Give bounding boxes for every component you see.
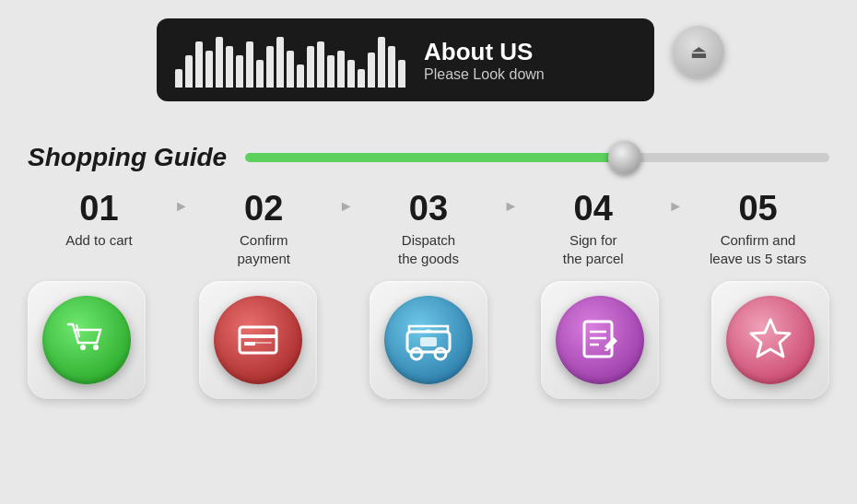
eq-bar [246, 41, 253, 88]
icon-button-payment[interactable] [199, 281, 317, 399]
slider-container [245, 147, 829, 168]
svg-point-0 [80, 345, 86, 350]
step-number-4: 04 [574, 191, 613, 226]
eq-bar [185, 55, 193, 88]
step-label-4: Sign forthe parcel [563, 231, 624, 267]
slider-track [245, 153, 829, 162]
svg-rect-9 [420, 337, 437, 346]
equalizer [175, 32, 405, 88]
eq-bar [317, 41, 324, 88]
guide-title: Shopping Guide [28, 143, 227, 172]
stars-icon [726, 296, 815, 384]
step-number-1: 01 [79, 191, 118, 226]
step-label-1: Add to cart [65, 231, 133, 250]
eq-bar [358, 69, 365, 88]
payment-icon [214, 296, 302, 384]
header-text: About US Please Look down [424, 38, 545, 83]
eq-bar [266, 46, 274, 88]
header-banner: About US Please Look down [157, 18, 654, 101]
svg-point-1 [93, 345, 99, 350]
step-arrow-4: ► [664, 191, 687, 215]
step-number-3: 03 [409, 191, 448, 226]
svg-rect-5 [244, 342, 272, 344]
eq-bar [297, 64, 304, 88]
step-5: 05Confirm andleave us 5 stars [687, 191, 829, 267]
svg-rect-2 [240, 327, 276, 353]
shopping-guide: Shopping Guide 01Add to cart►02Confirmpa… [28, 143, 829, 399]
step-2: 02Confirmpayment [193, 191, 335, 267]
icon-button-sign[interactable] [541, 281, 659, 399]
eq-bar [398, 60, 405, 88]
slider-thumb[interactable] [608, 141, 641, 174]
eq-bar [276, 37, 284, 88]
eq-bar [378, 37, 385, 88]
eq-bar [226, 46, 233, 88]
eq-bar [256, 60, 264, 88]
step-arrow-1: ► [170, 191, 193, 215]
svg-marker-14 [751, 320, 790, 357]
step-arrow-3: ► [499, 191, 522, 215]
step-label-5: Confirm andleave us 5 stars [710, 231, 806, 267]
icons-row [28, 281, 829, 399]
eq-bar [307, 46, 314, 88]
eq-bar [368, 53, 375, 88]
header-subtitle: Please Look down [424, 66, 545, 83]
dispatch-icon [384, 296, 473, 384]
cart-icon [42, 296, 131, 384]
eq-bar [347, 60, 355, 88]
icon-button-stars[interactable] [711, 281, 829, 399]
step-arrow-2: ► [335, 191, 358, 215]
eq-bar [175, 69, 182, 88]
eq-bar [205, 51, 213, 88]
eq-bar [216, 37, 223, 88]
eject-button[interactable] [673, 26, 724, 77]
eq-bar [337, 51, 345, 88]
svg-point-7 [411, 348, 422, 359]
eq-bar [388, 46, 395, 88]
sign-icon [556, 296, 644, 384]
icon-button-dispatch[interactable] [370, 281, 487, 399]
step-number-5: 05 [738, 191, 777, 226]
step-label-2: Confirmpayment [237, 231, 290, 267]
eq-bar [327, 55, 335, 88]
eq-bar [236, 55, 243, 88]
steps-row: 01Add to cart►02Confirmpayment►03Dispatc… [28, 191, 829, 267]
step-label-3: Dispatchthe goods [398, 231, 459, 267]
step-4: 04Sign forthe parcel [522, 191, 664, 267]
step-1: 01Add to cart [28, 191, 170, 250]
eq-bar [287, 51, 294, 88]
eq-bar [195, 41, 203, 88]
guide-header: Shopping Guide [28, 143, 829, 172]
header-title: About US [424, 38, 545, 66]
icon-button-cart[interactable] [28, 281, 146, 399]
step-3: 03Dispatchthe goods [358, 191, 500, 267]
step-number-2: 02 [244, 191, 283, 226]
svg-point-8 [435, 348, 446, 359]
